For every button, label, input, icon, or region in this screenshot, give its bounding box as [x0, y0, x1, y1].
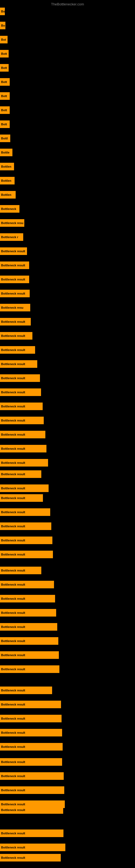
bar-row-34: Bottleneck result: [0, 485, 49, 492]
bar-fill-19: Bottleneck result: [0, 276, 29, 283]
bar-row-40: Bottleneck result: [0, 567, 41, 574]
site-title: TheBottlenecker.com: [0, 0, 135, 7]
bar-fill-28: Bottleneck result: [0, 403, 43, 410]
bar-row-37: Bottleneck result: [0, 522, 51, 530]
bar-row-59: Bottleneck result: [0, 844, 65, 851]
bar-row-38: Bottleneck result: [0, 536, 52, 544]
bar-row-4: Bott: [0, 64, 9, 72]
bar-fill-6: Bott: [0, 92, 10, 100]
bar-row-54: Bottleneck result: [0, 772, 64, 780]
bar-row-5: Bott: [0, 78, 10, 86]
bar-row-47: Bottleneck result: [0, 665, 59, 673]
bar-label-3: Bott: [1, 52, 7, 55]
bar-label-41: Bottleneck result: [1, 583, 25, 586]
bar-fill-36: Bottleneck result: [0, 508, 50, 516]
bar-row-39: Bottleneck result: [0, 551, 53, 558]
bar-fill-26: Bottleneck result: [0, 374, 40, 382]
bar-fill-8: Bott: [0, 120, 10, 128]
bar-label-50: Bottleneck result: [1, 717, 25, 720]
bar-row-12: Bottlen: [0, 177, 14, 184]
bar-label-40: Bottleneck result: [1, 569, 25, 572]
bar-label-25: Bottleneck result: [1, 362, 25, 366]
bar-label-43: Bottleneck result: [1, 611, 25, 614]
bar-label-56: Bottleneck result: [1, 803, 25, 806]
bar-fill-47: Bottleneck result: [0, 665, 59, 673]
bar-label-24: Bottleneck result: [1, 348, 25, 351]
bar-fill-59: Bottleneck result: [0, 844, 65, 851]
bar-row-29: Bottleneck result: [0, 416, 44, 424]
bar-fill-11: Bottlen: [0, 163, 14, 170]
bar-row-43: Bottleneck result: [0, 609, 56, 617]
bar-fill-10: Bottle: [0, 149, 12, 156]
bar-label-29: Bottleneck result: [1, 419, 25, 422]
bar-fill-13: Bottlen: [0, 191, 16, 198]
bar-fill-53: Bottleneck result: [0, 758, 62, 766]
bar-label-58: Bottleneck result: [1, 832, 25, 835]
bar-label-10: Bottle: [1, 151, 9, 154]
bar-fill-34: Bottleneck result: [0, 485, 49, 492]
bar-row-11: Bottlen: [0, 163, 14, 170]
bar-row-8: Bott: [0, 120, 10, 128]
bar-fill-3: Bott: [0, 50, 9, 58]
bar-label-23: Bottleneck result: [1, 334, 25, 337]
bar-row-52: Bottleneck result: [0, 743, 63, 750]
bar-label-36: Bottleneck result: [1, 510, 25, 514]
bar-label-34: Bottleneck result: [1, 487, 25, 490]
bar-row-53: Bottleneck result: [0, 758, 62, 766]
bar-label-30: Bottleneck result: [1, 433, 25, 436]
bar-row-26: Bottleneck result: [0, 374, 40, 382]
bar-fill-33: Bottleneck result: [0, 470, 41, 478]
bar-fill-45: Bottleneck result: [0, 637, 58, 645]
bar-row-22: Bottleneck result: [0, 318, 31, 326]
bar-row-31: Bottleneck result: [0, 445, 46, 453]
bar-fill-12: Bottlen: [0, 177, 14, 184]
bar-fill-43: Bottleneck result: [0, 609, 56, 617]
bar-fill-48: Bottleneck result: [0, 686, 52, 694]
bar-label-55: Bottleneck result: [1, 788, 25, 792]
bar-fill-16: Bottleneck r: [0, 233, 23, 241]
bar-label-6: Bott: [1, 94, 7, 98]
bar-fill-57: Bottleneck result: [0, 806, 63, 814]
bar-label-9: Bottl: [1, 137, 8, 140]
bar-fill-37: Bottleneck result: [0, 522, 51, 530]
bar-label-13: Bottlen: [1, 193, 11, 196]
bar-row-45: Bottleneck result: [0, 637, 58, 645]
bar-label-51: Bottleneck result: [1, 731, 25, 734]
bar-row-14: Bottleneck: [0, 205, 19, 213]
bar-fill-40: Bottleneck result: [0, 567, 41, 574]
bar-row-33: Bottleneck result: [0, 470, 41, 478]
bar-fill-46: Bottleneck result: [0, 651, 59, 659]
bar-label-16: Bottleneck r: [1, 236, 18, 239]
bar-row-23: Bottleneck result: [0, 332, 32, 340]
bar-row-55: Bottleneck result: [0, 786, 64, 794]
bar-row-42: Bottleneck result: [0, 595, 55, 602]
bar-fill-22: Bottleneck result: [0, 318, 31, 326]
bar-row-25: Bottleneck result: [0, 360, 37, 368]
bar-row-36: Bottleneck result: [0, 508, 50, 516]
bar-label-14: Bottleneck: [1, 207, 16, 211]
bar-fill-50: Bottleneck result: [0, 715, 61, 722]
bar-row-32: Bottleneck result: [0, 459, 48, 467]
bar-fill-0: Bo: [0, 8, 5, 15]
bar-fill-1: Bo: [0, 22, 5, 29]
bar-row-3: Bott: [0, 50, 9, 58]
bar-label-48: Bottleneck result: [1, 689, 25, 692]
bar-label-38: Bottleneck result: [1, 539, 25, 542]
bar-fill-7: Bott: [0, 106, 10, 114]
bar-fill-18: Bottleneck result: [0, 261, 29, 269]
bar-row-27: Bottleneck result: [0, 389, 41, 396]
bar-label-59: Bottleneck result: [1, 846, 25, 849]
bar-fill-14: Bottleneck: [0, 205, 19, 213]
bar-row-46: Bottleneck result: [0, 651, 59, 659]
bar-label-17: Bottleneck result: [1, 250, 25, 253]
bar-row-7: Bott: [0, 106, 10, 114]
bar-fill-15: Bottleneck resu: [0, 219, 24, 227]
bar-label-49: Bottleneck result: [1, 703, 25, 706]
bar-fill-54: Bottleneck result: [0, 772, 64, 780]
bar-fill-24: Bottleneck result: [0, 346, 35, 354]
bar-fill-60: Bottleneck result: [0, 854, 61, 862]
bar-label-47: Bottleneck result: [1, 668, 25, 671]
bar-row-19: Bottleneck result: [0, 276, 29, 283]
bar-label-54: Bottleneck result: [1, 774, 25, 778]
bar-fill-55: Bottleneck result: [0, 786, 64, 794]
